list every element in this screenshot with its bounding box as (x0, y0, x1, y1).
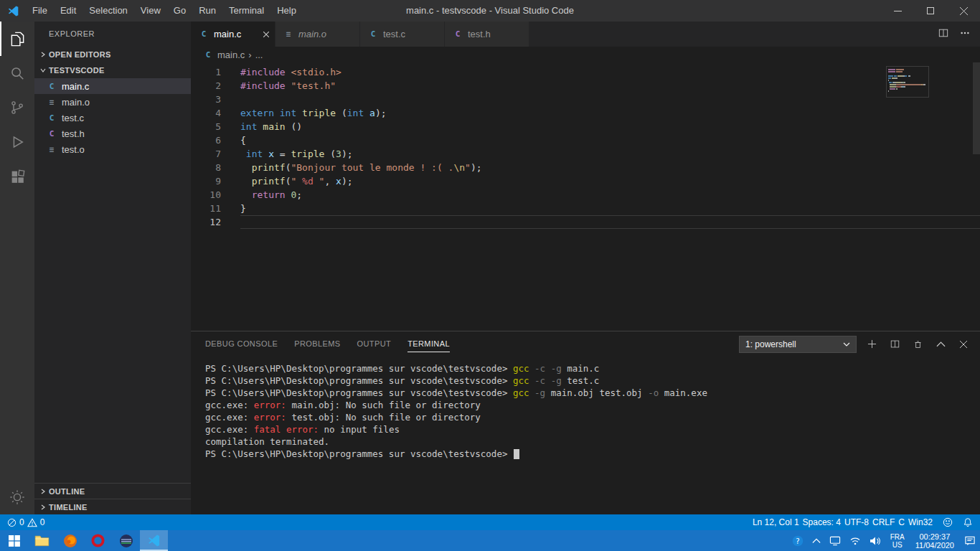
notifications-bell-icon[interactable] (963, 517, 973, 527)
terminal-line: gcc.exe: fatal error: no input files (205, 423, 980, 435)
tab-label: main.o (298, 29, 351, 39)
activity-source-control-button[interactable] (0, 90, 34, 125)
status-ln-12-col-1[interactable]: Ln 12, Col 1 (753, 517, 799, 527)
code-line: 7 int x = triple (3); (191, 147, 980, 161)
status-spaces-4[interactable]: Spaces: 4 (803, 517, 841, 527)
menu-terminal[interactable]: Terminal (222, 0, 270, 22)
tab-main.o[interactable]: ≡main.o (275, 22, 360, 47)
terminal-output[interactable]: PS C:\Users\HP\Desktop\programmes sur vs… (191, 357, 980, 514)
problems-status[interactable]: 0 0 (7, 517, 44, 527)
panel-tab-terminal[interactable]: TERMINAL (407, 331, 450, 357)
file-item-main.o[interactable]: ≡main.o (34, 94, 191, 110)
taskbar-vscode[interactable] (140, 530, 168, 551)
display-tray-icon[interactable] (825, 530, 845, 551)
panel: DEBUG CONSOLEPROBLEMSOUTPUTTERMINAL 1: p… (191, 331, 980, 514)
menu-file[interactable]: File (26, 0, 54, 22)
breadcrumb-file[interactable]: main.c (217, 50, 245, 60)
file-type-icon: ≡ (46, 145, 57, 154)
minimize-button[interactable] (881, 0, 914, 22)
status-win32[interactable]: Win32 (908, 517, 933, 527)
settings-gear-button[interactable] (0, 480, 34, 514)
close-tab-icon[interactable] (263, 32, 269, 37)
code-line: 1#include <stdio.h> (191, 65, 980, 79)
sidebar-bottom-sections: OUTLINE TIMELINE (34, 483, 191, 514)
menu-help[interactable]: Help (270, 0, 303, 22)
feedback-smiley-icon[interactable] (943, 517, 953, 527)
activity-search-button[interactable] (0, 56, 34, 90)
minimap[interactable] (887, 67, 928, 97)
workbench: EXPLORER OPEN EDITORS TESTVSCODE Cmain.c… (0, 22, 980, 514)
folder-section[interactable]: TESTVSCODE (34, 62, 191, 78)
file-item-main.c[interactable]: Cmain.c (34, 78, 191, 94)
split-terminal-button[interactable] (887, 336, 903, 352)
clock-time: 00:29:37 (915, 532, 954, 541)
start-button[interactable] (0, 530, 28, 551)
kill-terminal-trash-button[interactable] (910, 336, 925, 352)
chevron-down-icon (37, 67, 49, 73)
new-terminal-button[interactable] (864, 336, 880, 352)
line-content (240, 215, 980, 229)
sidebar-title: EXPLORER (34, 22, 191, 47)
maximize-button[interactable] (914, 0, 947, 22)
window-title: main.c - testvscode - Visual Studio Code (406, 0, 574, 22)
language-indicator[interactable]: FRA US (885, 533, 910, 549)
outline-section[interactable]: OUTLINE (34, 483, 191, 499)
terminal-shell-select[interactable]: 1: powershell (739, 336, 857, 353)
tab-test.h[interactable]: Ctest.h (445, 22, 529, 47)
taskbar-opera[interactable] (84, 530, 112, 551)
svg-text:?: ? (796, 537, 799, 545)
timeline-section[interactable]: TIMELINE (34, 499, 191, 514)
file-item-test.c[interactable]: Ctest.c (34, 110, 191, 126)
menu-run[interactable]: Run (192, 0, 222, 22)
status-crlf[interactable]: CRLF (872, 517, 895, 527)
taskbar-clock[interactable]: 00:29:37 11/04/2020 (910, 532, 960, 550)
open-editors-section[interactable]: OPEN EDITORS (34, 47, 191, 62)
status-c[interactable]: C (898, 517, 905, 527)
maximize-panel-button[interactable] (933, 336, 948, 352)
file-list: Cmain.c≡main.oCtest.cCtest.h≡test.o (34, 78, 191, 157)
line-number: 12 (191, 215, 221, 229)
panel-tab-problems[interactable]: PROBLEMS (294, 331, 340, 357)
line-number: 6 (191, 133, 221, 147)
more-actions-button[interactable] (960, 28, 970, 41)
tray-expand-chevron-icon[interactable] (808, 530, 825, 551)
menu-go[interactable]: Go (167, 0, 192, 22)
activity-run-debug-button[interactable] (0, 125, 34, 159)
menu-selection[interactable]: Selection (83, 0, 133, 22)
volume-icon[interactable] (865, 530, 885, 551)
line-content: extern int triple (int a); (240, 106, 980, 120)
code-editor[interactable]: 1#include <stdio.h>2#include "test.h"34e… (191, 62, 980, 331)
code-line: 4extern int triple (int a); (191, 106, 980, 120)
code-line: 10 return 0; (191, 188, 980, 202)
line-content: printf("Bonjour tout le monde ! :( .\n")… (240, 161, 980, 174)
editor-scrollbar[interactable] (973, 62, 980, 154)
action-center-icon[interactable] (960, 530, 980, 551)
file-item-test.o[interactable]: ≡test.o (34, 141, 191, 157)
taskbar-file-explorer[interactable] (28, 530, 56, 551)
menu-edit[interactable]: Edit (54, 0, 83, 22)
activity-extensions-button[interactable] (0, 159, 34, 194)
line-content: int main () (240, 120, 980, 133)
close-button[interactable] (947, 0, 980, 22)
file-name: test.o (62, 144, 85, 155)
taskbar-firefox[interactable] (56, 530, 84, 551)
terminal-line: PS C:\Users\HP\Desktop\programmes sur vs… (205, 362, 980, 375)
breadcrumb[interactable]: C main.c › ... (191, 47, 980, 62)
status-utf-8[interactable]: UTF-8 (844, 517, 869, 527)
network-wifi-icon[interactable] (845, 530, 865, 551)
tab-main.c[interactable]: Cmain.c (191, 22, 275, 47)
split-editor-button[interactable] (938, 28, 948, 41)
breadcrumb-ellipsis[interactable]: ... (255, 50, 263, 60)
editor-actions (938, 22, 980, 47)
status-bar: 0 0 Ln 12, Col 1Spaces: 4UTF-8CRLFCWin32 (0, 514, 980, 530)
activity-explorer-button[interactable] (0, 22, 34, 56)
status-right-items: Ln 12, Col 1Spaces: 4UTF-8CRLFCWin32 (753, 517, 933, 527)
get-help-icon[interactable]: ? (788, 530, 808, 551)
taskbar-eclipse[interactable] (112, 530, 140, 551)
menu-view[interactable]: View (134, 0, 167, 22)
close-panel-button[interactable] (956, 336, 971, 352)
tab-test.c[interactable]: Ctest.c (360, 22, 445, 47)
file-item-test.h[interactable]: Ctest.h (34, 126, 191, 141)
panel-tab-output[interactable]: OUTPUT (357, 331, 392, 357)
panel-tab-debug-console[interactable]: DEBUG CONSOLE (205, 331, 278, 357)
